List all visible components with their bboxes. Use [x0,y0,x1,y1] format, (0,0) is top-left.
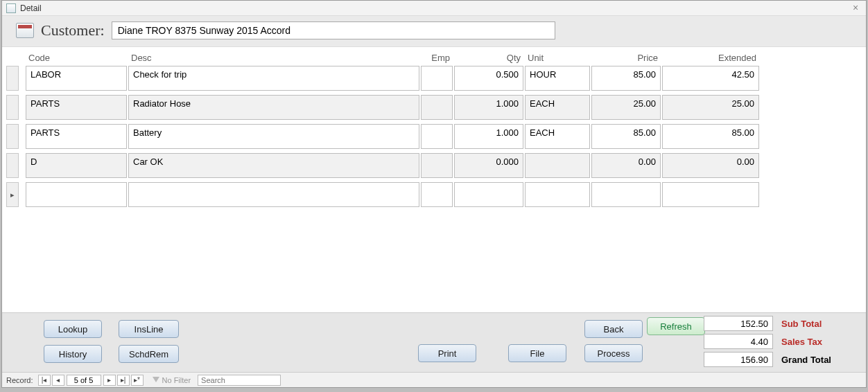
cell-emp[interactable] [421,124,453,149]
hdr-unit: Unit [525,51,590,64]
cell-desc[interactable]: Battery [128,124,419,149]
schdrem-button[interactable]: SchdRem [119,345,179,363]
cell-emp[interactable] [421,182,453,207]
cell-qty[interactable]: 0.000 [454,153,523,178]
cell-desc[interactable]: Radiator Hose [128,95,419,120]
cell-unit[interactable]: EACH [525,124,590,149]
cell-unit[interactable]: EACH [525,95,590,120]
row-selector[interactable] [6,66,19,91]
nav-position-field[interactable] [67,375,101,386]
table-row[interactable]: PARTSBattery1.000EACH85.0085.00 [6,124,860,149]
print-button[interactable]: Print [418,344,476,362]
titlebar: Detail × [2,1,866,16]
row-selector[interactable] [6,153,19,178]
cell-code[interactable]: PARTS [26,124,127,149]
insline-button[interactable]: InsLine [119,320,179,338]
hdr-code: Code [26,51,127,64]
process-button[interactable]: Process [584,344,643,362]
cell-extended[interactable]: 25.00 [662,95,759,120]
no-filter-indicator: No Filter [153,376,191,384]
cell-price[interactable]: 85.00 [591,124,661,149]
customer-bar: Customer: [2,16,866,47]
nav-search-input[interactable] [198,375,281,386]
cell-extended[interactable]: 0.00 [662,153,759,178]
cell-price[interactable]: 25.00 [591,95,661,120]
back-button[interactable]: Back [584,320,643,338]
cell-unit[interactable] [525,153,590,178]
nav-first-button[interactable]: |◂ [38,375,51,386]
nav-new-button[interactable]: ▸* [131,375,144,386]
cell-extended[interactable]: 85.00 [662,124,759,149]
record-label: Record: [2,376,37,384]
cell-emp[interactable] [421,95,453,120]
customer-field[interactable] [112,21,555,39]
grandtotal-field[interactable] [704,352,773,367]
nav-prev-button[interactable]: ◂ [52,375,64,386]
cell-code[interactable] [26,182,127,207]
customer-label: Customer: [41,21,105,39]
salestax-field[interactable] [704,334,773,349]
hdr-emp: Emp [421,51,453,64]
window-title: Detail [20,3,42,13]
cell-price[interactable] [591,182,661,207]
cell-desc[interactable] [128,182,419,207]
totals: Sub Total Sales Tax Grand Total [704,316,847,367]
content-area: Customer: Code Desc Emp Qty Unit Price E… [2,16,866,372]
cell-qty[interactable]: 1.000 [454,95,523,120]
history-button[interactable]: History [44,345,102,363]
hdr-price: Price [591,51,661,64]
nav-next-button[interactable]: ▸ [103,375,116,386]
table-row[interactable]: DCar OK0.0000.000.00 [6,153,860,178]
hdr-extended: Extended [662,51,759,64]
cell-code[interactable]: PARTS [26,95,127,120]
customer-form-icon [16,23,34,38]
grandtotal-label: Grand Total [781,355,847,365]
cell-qty[interactable] [454,182,523,207]
lookup-button[interactable]: Lookup [44,320,102,338]
form-icon [6,3,16,13]
record-navigator: Record: |◂ ◂ ▸ ▸| ▸* No Filter [2,372,866,387]
nav-last-button[interactable]: ▸| [117,375,130,386]
row-selector[interactable] [6,182,19,207]
cell-qty[interactable]: 1.000 [454,124,523,149]
row-selector[interactable] [6,124,19,149]
close-icon[interactable]: × [849,3,862,13]
hdr-desc: Desc [128,51,419,64]
cell-extended[interactable] [662,182,759,207]
subtotal-field[interactable] [704,316,773,331]
refresh-button[interactable]: Refresh [647,317,705,335]
cell-code[interactable]: D [26,153,127,178]
hdr-qty: Qty [454,51,523,64]
cell-extended[interactable]: 42.50 [662,66,759,91]
cell-price[interactable]: 0.00 [591,153,661,178]
grid-header: Code Desc Emp Qty Unit Price Extended [6,48,860,66]
cell-emp[interactable] [421,66,453,91]
cell-price[interactable]: 85.00 [591,66,661,91]
cell-desc[interactable]: Check for trip [128,66,419,91]
detail-window: Detail × Customer: Code Desc Emp Qty Uni… [1,0,867,388]
subtotal-label: Sub Total [781,319,847,329]
table-row[interactable] [6,182,860,207]
salestax-label: Sales Tax [781,337,847,347]
cell-emp[interactable] [421,153,453,178]
cell-unit[interactable] [525,182,590,207]
row-selector[interactable] [6,95,19,120]
grid: Code Desc Emp Qty Unit Price Extended LA… [2,47,866,207]
table-row[interactable]: PARTSRadiator Hose1.000EACH25.0025.00 [6,95,860,120]
cell-qty[interactable]: 0.500 [454,66,523,91]
cell-code[interactable]: LABOR [26,66,127,91]
cell-unit[interactable]: HOUR [525,66,590,91]
file-button[interactable]: File [508,344,566,362]
table-row[interactable]: LABORCheck for trip0.500HOUR85.0042.50 [6,66,860,91]
footer-bar: Lookup InsLine History SchdRem Print Fil… [2,312,866,372]
funnel-icon [153,377,159,384]
cell-desc[interactable]: Car OK [128,153,419,178]
